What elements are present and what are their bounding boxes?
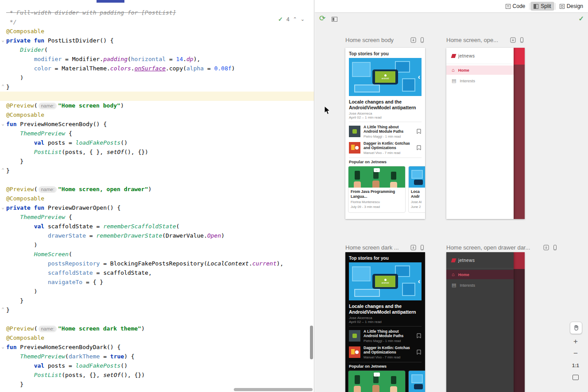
post-list-item[interactable]: Dagger in Kotlin: Gotchas and Optimizati… <box>349 345 422 360</box>
bookmark-icon[interactable] <box>417 350 421 355</box>
code-line[interactable]: } <box>0 296 314 305</box>
drawer-item-interests[interactable]: ▤ Interests <box>446 281 514 290</box>
code-line[interactable]: scaffoldState = scaffoldState, <box>0 268 314 277</box>
gallery-view-icon[interactable] <box>332 17 337 22</box>
code-line[interactable]: val scaffoldState = rememberScaffoldStat… <box>0 222 314 231</box>
code-line[interactable]: @Composable <box>0 110 314 119</box>
build-refresh-icon[interactable] <box>510 37 516 43</box>
popular-card[interactable]: ← From Java Programming Langua... Florin… <box>348 370 406 392</box>
build-refresh-icon[interactable] <box>410 245 416 250</box>
code-line[interactable]: ThemedPreview { <box>0 129 314 138</box>
inspections-widget[interactable]: ✓ 4 ⌃ ⌄ <box>276 15 307 23</box>
code-line[interactable]: private fun PostListDivider() { <box>0 36 314 45</box>
code-line[interactable]: } <box>0 157 314 166</box>
drawer-item-home[interactable]: ⌂ Home <box>446 65 514 75</box>
zoom-in-button[interactable]: + <box>570 336 581 347</box>
post-list-item[interactable]: A Little Thing about Android Module Path… <box>349 124 422 139</box>
code-line[interactable]: */ <box>0 17 314 27</box>
code-line[interactable] <box>0 175 314 184</box>
post-list-item[interactable]: Dagger in Kotlin: Gotchas and Optimizati… <box>349 140 422 155</box>
mode-design-button[interactable]: Design <box>557 2 586 11</box>
build-refresh-icon[interactable] <box>543 245 549 250</box>
prev-issue-icon[interactable]: ⌃ <box>293 16 297 22</box>
fold-marker-icon[interactable]: ⌄ <box>0 36 5 45</box>
code-line[interactable]: color = MaterialTheme.colors.onSurface.c… <box>0 64 314 73</box>
editor-horizontal-scrollbar[interactable] <box>234 388 313 391</box>
bookmark-icon[interactable] <box>417 129 421 134</box>
run-on-device-icon[interactable] <box>419 245 425 250</box>
popular-card[interactable]: ← From Java Programming Langua... Florin… <box>348 166 406 213</box>
code-line[interactable]: drawerState = rememberDrawerState(Drawer… <box>0 231 314 240</box>
preview-title: Home screen dark ... <box>345 244 399 251</box>
code-line[interactable]: Divider( <box>0 45 314 54</box>
fold-marker-icon[interactable]: ⌄ <box>0 119 5 129</box>
active-tab-indicator <box>97 0 124 3</box>
code-line[interactable]: fun PreviewHomeScreenBody() { <box>0 119 314 129</box>
bookmark-icon[interactable] <box>417 333 421 338</box>
fold-marker-icon[interactable]: ⌄ <box>0 203 5 212</box>
build-refresh-icon[interactable] <box>410 37 416 43</box>
run-on-device-icon[interactable] <box>552 245 558 250</box>
code-line[interactable]: PostList(posts, {}, setOf(), {}) <box>0 370 314 380</box>
run-on-device-icon[interactable] <box>419 37 425 43</box>
code-line[interactable] <box>0 92 314 101</box>
code-line[interactable]: fun PreviewHomeScreenBodyDark() { <box>0 342 314 352</box>
code-line[interactable]: } <box>0 305 314 315</box>
post-list-item[interactable]: A Little Thing about Android Module Path… <box>349 328 422 343</box>
code-line[interactable]: } <box>0 166 314 175</box>
code-line[interactable]: val posts = loadFakePosts() <box>0 138 314 147</box>
code-line[interactable]: HomeScreen( <box>0 250 314 259</box>
preview-card-open-drawer[interactable]: jetnews ⌂ Home ▤ Interests <box>446 48 525 219</box>
inspection-count: 4 <box>286 16 290 23</box>
zoom-to-fit-button[interactable] <box>570 372 581 382</box>
preview-card-home-screen-dark[interactable]: Top stories for you android ‹ Locale cha… <box>345 252 425 392</box>
drawer-item-interests[interactable]: ▤ Interests <box>446 76 514 85</box>
preview-card-home-screen-body[interactable]: Top stories for you android ‹ Locale cha… <box>345 48 425 219</box>
code-line[interactable]: ThemedPreview(darkTheme = true) { <box>0 352 314 361</box>
bookmark-icon[interactable] <box>417 145 421 150</box>
code-line[interactable]: ) <box>0 287 314 296</box>
pan-tool-button[interactable] <box>570 322 582 334</box>
code-line[interactable]: @Composable <box>0 333 314 342</box>
mode-code-button[interactable]: Code <box>503 2 529 11</box>
code-line[interactable]: navigateTo = { } <box>0 277 314 287</box>
item-meta: Manuel Vivo - 7 min read <box>364 151 414 155</box>
code-line[interactable]: val posts = loadFakePosts() <box>0 361 314 370</box>
next-issue-icon[interactable]: ⌄ <box>301 16 305 22</box>
fold-marker-icon[interactable]: ⌃ <box>0 82 5 92</box>
fold-marker-icon[interactable]: ⌃ <box>0 166 5 175</box>
code-line[interactable]: @Preview(name:"Home screen, open drawer"… <box>0 184 314 194</box>
code-line[interactable]: @Preview(name:"Home screen body") <box>0 101 314 110</box>
fold-marker-icon[interactable]: ⌃ <box>0 305 5 315</box>
fold-marker-icon[interactable]: ⌄ <box>0 342 5 352</box>
refresh-previews-icon[interactable]: ⟳ <box>319 14 325 23</box>
mode-split-button[interactable]: Split <box>530 2 554 11</box>
code-line[interactable]: ThemedPreview { <box>0 212 314 222</box>
code-line[interactable]: PostList(posts, { }, setOf(), {}) <box>0 147 314 157</box>
code-line[interactable]: postsRepository = BlockingFakePostsRepos… <box>0 259 314 268</box>
section-title: Top stories for you <box>349 51 422 56</box>
popular-card-partial[interactable]: Loca Andr Jose Al June 2 <box>408 166 425 213</box>
code-line[interactable]: modifier = Modifier.padding(horizontal =… <box>0 54 314 64</box>
code-line[interactable]: * Full-width divider with padding for [P… <box>0 8 314 17</box>
preview-card-open-drawer-dark[interactable]: jetnews ⌂ Home ▤ Interests <box>446 252 525 392</box>
code-line[interactable] <box>0 315 314 324</box>
code-line[interactable]: @Preview(name:"Home screen dark theme") <box>0 324 314 333</box>
drawer-item-home[interactable]: ⌂ Home <box>446 270 514 279</box>
code-line[interactable]: private fun PreviewDrawerOpen() { <box>0 203 314 212</box>
code-line[interactable]: @Composable <box>0 27 314 36</box>
interests-icon: ▤ <box>452 283 456 288</box>
code-editor[interactable]: * Full-width divider with padding for [P… <box>0 0 314 392</box>
post-thumbnail <box>349 142 360 154</box>
code-line[interactable]: ) <box>0 240 314 250</box>
popular-card-title: Loca Andr <box>411 189 425 199</box>
run-on-device-icon[interactable] <box>519 37 525 43</box>
zoom-actual-size-button[interactable]: 1:1 <box>570 360 581 371</box>
code-line[interactable]: @Composable <box>0 194 314 203</box>
popular-card-partial[interactable]: Loca Andr Jose Al <box>408 370 425 392</box>
code-line[interactable]: ) <box>0 73 314 82</box>
editor-vertical-scrollbar[interactable] <box>310 326 313 359</box>
code-line[interactable]: } <box>0 82 314 92</box>
code-line[interactable]: } <box>0 380 314 389</box>
zoom-out-button[interactable]: − <box>570 348 581 359</box>
